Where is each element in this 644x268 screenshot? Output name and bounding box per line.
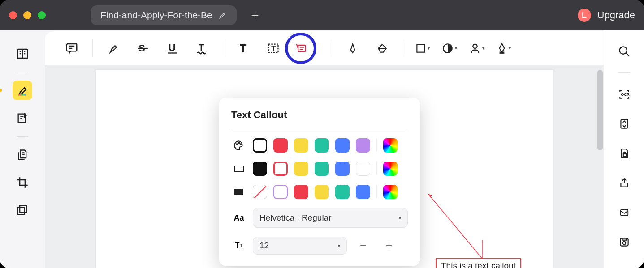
underline-button[interactable]: U [164,39,182,57]
svg-marker-33 [428,194,432,198]
reader-mode-button[interactable] [13,44,32,64]
right-rail: OCR [604,30,644,268]
svg-rect-7 [138,47,148,48]
upgrade-area[interactable]: L Upgrade [578,9,635,22]
pages-tool-button[interactable] [13,145,32,165]
text-color-swatch-purple[interactable] [356,138,370,153]
svg-rect-22 [623,154,626,156]
convert-icon[interactable] [616,115,633,132]
stamp-tool-dropdown[interactable]: ▾ [441,43,457,54]
font-family-select[interactable]: Helvetica · Regular ▾ [253,208,408,228]
traffic-lights [9,11,46,19]
border-color-swatch-red-selected[interactable] [273,162,288,176]
left-rail [0,30,45,268]
decrease-size-button[interactable]: − [353,237,373,255]
font-size-icon: TT [231,242,246,250]
stack-tool-button[interactable] [13,200,32,220]
ink-tool-dropdown[interactable]: ▾ [496,42,511,55]
pencil-icon [219,11,227,19]
fill-color-swatch-yellow[interactable] [315,185,329,199]
chevron-down-icon: ▾ [399,216,401,221]
textbox-tool-button[interactable]: T [264,39,282,57]
close-window-button[interactable] [9,11,17,19]
fill-color-swatch-red[interactable] [294,185,308,199]
minimize-window-button[interactable] [23,11,31,19]
mail-icon[interactable] [616,204,633,221]
border-color-row [231,162,408,176]
border-color-custom-button[interactable] [383,162,398,176]
border-color-swatch-white[interactable] [356,162,370,176]
text-color-swatch-black[interactable] [253,138,267,153]
svg-line-32 [428,194,482,259]
popup-title: Text Callout [231,109,408,121]
top-toolbar: S U T T T [45,31,604,65]
text-tool-button[interactable]: T [235,39,253,57]
crop-tool-button[interactable] [13,173,32,192]
svg-rect-14 [298,45,305,51]
eraser-tool-button[interactable] [373,39,391,57]
scrollbar-thumb[interactable] [597,70,603,150]
strikethrough-button[interactable]: S [134,39,152,57]
svg-text:U: U [169,42,176,53]
rail-separator [17,136,28,137]
callout-tool-highlighted[interactable] [285,33,316,64]
svg-point-17 [473,44,477,48]
text-color-custom-button[interactable] [383,138,398,153]
svg-rect-18 [500,52,504,53]
squiggly-underline-button[interactable]: T [193,39,211,57]
fill-color-swatch-teal[interactable] [335,185,350,199]
text-color-swatch-blue[interactable] [335,138,350,153]
font-family-row: Aa Helvetica · Regular ▾ [231,208,408,228]
callout-text-box[interactable]: This is a text callout [436,258,521,268]
vertical-scrollbar[interactable] [597,70,603,268]
tab-title: Find-and-Apply-For-the-Be [100,10,212,21]
fill-color-swatch-none[interactable] [253,185,267,199]
save-icon[interactable] [616,234,633,251]
note-tool-button[interactable] [63,39,81,57]
svg-point-25 [622,242,626,245]
highlight-text-button[interactable] [104,39,122,57]
text-color-row [231,138,408,153]
fill-color-swatch-purple-outline[interactable] [273,185,288,199]
document-tab[interactable]: Find-and-Apply-For-the-Be [91,5,237,25]
avatar: L [578,9,591,22]
border-color-swatch-blue[interactable] [335,162,350,176]
fill-color-custom-button[interactable] [383,185,398,199]
svg-rect-15 [417,44,424,52]
fill-color-swatch-blue[interactable] [356,185,370,199]
chevron-down-icon: ▾ [338,243,340,248]
increase-size-button[interactable]: + [379,237,399,255]
svg-rect-3 [20,206,26,213]
text-callout-popup: Text Callout [219,98,420,266]
svg-rect-31 [234,189,243,195]
edit-tool-button[interactable] [13,108,32,128]
border-color-swatch-black[interactable] [253,162,267,176]
text-color-swatch-yellow[interactable] [294,138,308,153]
font-size-select[interactable]: 12 ▾ [253,237,347,255]
text-color-swatch-teal[interactable] [315,138,329,153]
svg-rect-4 [18,208,25,214]
palette-icon [231,140,246,151]
ocr-icon[interactable]: OCR [616,86,633,103]
text-color-swatch-red[interactable] [273,138,288,153]
svg-rect-23 [620,210,628,216]
maximize-window-button[interactable] [38,11,46,19]
share-icon[interactable] [616,174,633,191]
svg-text:OCR: OCR [621,92,630,97]
lock-document-icon[interactable] [616,145,633,162]
svg-rect-1 [19,94,26,96]
callout-arrow [425,191,488,262]
shape-tool-dropdown[interactable]: ▾ [415,43,430,54]
border-color-swatch-teal[interactable] [315,162,329,176]
svg-rect-9 [168,52,177,53]
font-family-icon: Aa [231,213,246,223]
svg-point-28 [238,142,240,144]
rail-separator [17,72,28,72]
search-icon[interactable] [616,43,633,60]
svg-rect-26 [622,238,626,240]
border-color-swatch-yellow[interactable] [294,162,308,176]
highlighter-tool-button[interactable] [13,81,32,100]
pen-tool-button[interactable] [344,39,362,57]
signature-tool-dropdown[interactable]: ▾ [469,42,484,55]
new-tab-button[interactable] [250,10,260,20]
